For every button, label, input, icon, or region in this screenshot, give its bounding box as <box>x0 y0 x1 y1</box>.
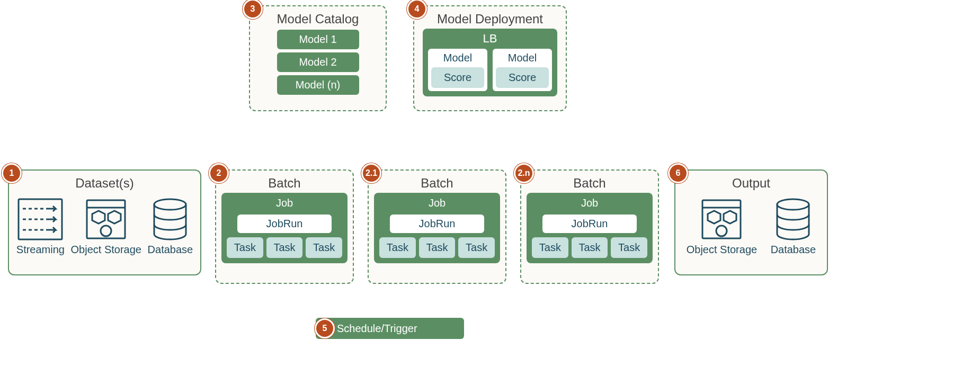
jobrun-label: JobRun <box>237 215 332 233</box>
panel-batch: 2.n Batch Job JobRun Task Task Task <box>520 169 659 284</box>
badge-2-1: 2.1 <box>361 163 381 183</box>
job-label: Job <box>227 197 342 209</box>
badge-2-n: 2.n <box>514 163 534 183</box>
pod-model-label: Model <box>496 52 549 64</box>
task-chip: Task <box>419 237 456 258</box>
output-label: Database <box>771 244 816 256</box>
lb-block: LB Model Score Model Score <box>423 29 557 96</box>
panel-title: Batch <box>527 176 653 191</box>
streaming-icon <box>17 198 63 240</box>
schedule-bar: 5 Schedule/Trigger <box>316 318 464 339</box>
task-chip: Task <box>458 237 495 258</box>
job-label: Job <box>379 197 495 209</box>
model-item: Model (n) <box>277 75 359 95</box>
svg-point-8 <box>101 226 111 236</box>
svg-marker-7 <box>108 211 121 224</box>
panel-model-catalog: 3 Model Catalog Model 1 Model 2 Model (n… <box>249 5 387 111</box>
task-chip: Task <box>227 237 263 258</box>
dataset-label: Object Storage <box>71 244 141 256</box>
panel-title: Dataset(s) <box>13 176 196 191</box>
pod-score-label: Score <box>496 67 549 88</box>
panel-title: Batch <box>221 176 348 191</box>
schedule-label: Schedule/Trigger <box>337 323 417 335</box>
task-chip: Task <box>611 237 647 258</box>
jobrun-label: JobRun <box>542 215 637 233</box>
output-item: Object Storage <box>687 198 757 256</box>
svg-marker-13 <box>724 211 736 224</box>
task-chip: Task <box>572 237 608 258</box>
panel-datasets: 1 Dataset(s) Streaming <box>8 169 201 275</box>
badge-5: 5 <box>315 318 335 338</box>
output-item: Database <box>771 198 816 256</box>
job-label: Job <box>532 197 647 209</box>
database-icon <box>150 198 190 240</box>
database-icon <box>773 198 813 240</box>
svg-marker-6 <box>92 211 105 224</box>
jobrun-label: JobRun <box>390 215 484 233</box>
badge-1: 1 <box>2 163 22 183</box>
model-pod: Model Score <box>428 49 487 91</box>
dataset-item: Streaming <box>16 198 65 256</box>
task-chip: Task <box>306 237 342 258</box>
object-storage-icon <box>85 198 127 240</box>
lb-label: LB <box>428 32 552 46</box>
panel-title: Model Catalog <box>255 12 380 26</box>
panel-output: 6 Output Object Storage <box>674 169 828 275</box>
job-block: Job JobRun Task Task Task <box>221 193 348 263</box>
object-storage-icon <box>700 198 743 240</box>
svg-point-15 <box>777 199 809 210</box>
panel-title: Model Deployment <box>420 12 560 26</box>
job-block: Job JobRun Task Task Task <box>527 193 653 263</box>
dataset-item: Database <box>148 198 193 256</box>
model-item: Model 2 <box>277 52 359 72</box>
svg-point-14 <box>716 226 727 236</box>
task-chip: Task <box>532 237 568 258</box>
panel-title: Output <box>680 176 823 191</box>
pod-score-label: Score <box>431 67 484 88</box>
dataset-item: Object Storage <box>71 198 141 256</box>
panel-batch: 2.1 Batch Job JobRun Task Task Task <box>368 169 506 284</box>
dataset-label: Database <box>148 244 193 256</box>
svg-point-9 <box>154 199 186 210</box>
model-item: Model 1 <box>277 30 359 49</box>
panel-title: Batch <box>374 176 500 191</box>
task-chip: Task <box>266 237 303 258</box>
badge-2: 2 <box>209 163 229 183</box>
panel-batch: 2 Batch Job JobRun Task Task Task <box>215 169 354 284</box>
output-label: Object Storage <box>687 244 757 256</box>
architecture-diagram: 3 Model Catalog Model 1 Model 2 Model (n… <box>0 0 980 375</box>
badge-6: 6 <box>668 163 688 183</box>
panel-model-deployment: 4 Model Deployment LB Model Score Model … <box>413 5 567 111</box>
pod-model-label: Model <box>431 52 484 64</box>
dataset-label: Streaming <box>16 244 65 256</box>
job-block: Job JobRun Task Task Task <box>374 193 500 263</box>
svg-marker-12 <box>708 211 720 224</box>
model-pod: Model Score <box>493 49 552 91</box>
task-chip: Task <box>379 237 416 258</box>
